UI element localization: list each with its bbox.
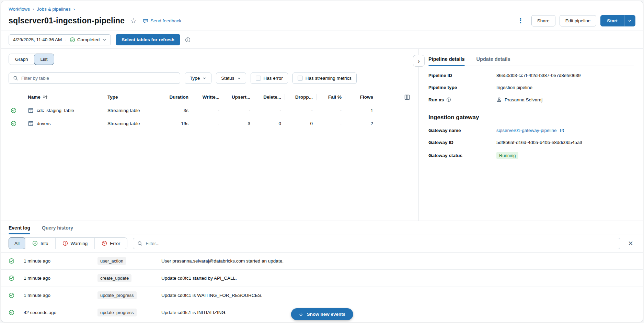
column-settings-icon[interactable] bbox=[404, 94, 412, 100]
type-filter-dropdown[interactable]: Type bbox=[185, 73, 211, 84]
has-error-checkbox[interactable] bbox=[256, 76, 261, 81]
event-type-badge: update_progress bbox=[97, 309, 137, 316]
table-header-row: Name Type Duration Writte... Upsert... D… bbox=[9, 91, 412, 104]
table-filter-row: Type Status Has error Has streaming metr… bbox=[9, 73, 412, 84]
tab-query-history[interactable]: Query history bbox=[42, 225, 73, 234]
share-button[interactable]: Share bbox=[531, 15, 555, 26]
table-name[interactable]: drivers bbox=[37, 121, 51, 126]
cell-written: - bbox=[192, 108, 223, 113]
info-check-icon bbox=[32, 241, 38, 246]
breadcrumb-jobs-pipelines[interactable]: Jobs & pipelines bbox=[37, 7, 70, 12]
table-row[interactable]: cdc_staging_table Streaming table 3s - -… bbox=[9, 104, 412, 117]
column-header-written[interactable]: Writte... bbox=[192, 94, 223, 100]
show-new-events-button[interactable]: Show new events bbox=[291, 308, 353, 320]
close-icon[interactable]: ✕ bbox=[626, 240, 635, 247]
info-icon[interactable] bbox=[185, 37, 191, 43]
column-header-upserted[interactable]: Upsert... bbox=[223, 94, 254, 100]
pipeline-main-pane: Graph List Type Status bbox=[1, 49, 418, 221]
event-row[interactable]: 1 minute ago create_update Update cd0fc1… bbox=[1, 269, 643, 287]
external-link-icon bbox=[560, 128, 564, 133]
column-header-type[interactable]: Type bbox=[104, 94, 162, 100]
column-header-name[interactable]: Name bbox=[24, 94, 104, 100]
cell-dropped: 0 bbox=[285, 121, 316, 126]
select-tables-for-refresh-button[interactable]: Select tables for refresh bbox=[116, 34, 180, 45]
has-streaming-metrics-filter[interactable]: Has streaming metrics bbox=[292, 73, 357, 84]
breadcrumb-separator: › bbox=[73, 7, 75, 12]
gateway-status-badge: Running bbox=[496, 152, 518, 159]
filter-by-table-input[interactable] bbox=[21, 76, 176, 81]
tab-pipeline-details[interactable]: Pipeline details bbox=[428, 56, 465, 66]
column-header-duration[interactable]: Duration bbox=[162, 94, 192, 100]
collapse-panel-button[interactable]: › bbox=[413, 55, 425, 67]
sort-icon bbox=[43, 95, 48, 99]
table-name[interactable]: cdc_staging_table bbox=[37, 108, 74, 113]
column-header-fail[interactable]: Fail % bbox=[316, 94, 345, 100]
column-header-deleted[interactable]: Delete... bbox=[254, 94, 285, 100]
cell-upserted: 3 bbox=[223, 121, 254, 126]
filter-error-label: Error bbox=[110, 241, 120, 246]
filter-warning-button[interactable]: Warning bbox=[55, 238, 95, 249]
breadcrumb: Workflows › Jobs & pipelines › bbox=[9, 7, 635, 12]
event-time: 1 minute ago bbox=[24, 258, 97, 264]
filter-all-label: All bbox=[14, 241, 20, 246]
info-icon[interactable] bbox=[446, 97, 451, 102]
gateway-status-label: Gateway status bbox=[428, 153, 496, 158]
breadcrumb-separator: › bbox=[33, 7, 34, 12]
event-message: Update cd0fc1 is INITIALIZING. bbox=[161, 310, 643, 315]
cell-flows: 1 bbox=[345, 108, 377, 113]
event-success-icon bbox=[9, 292, 24, 298]
event-time: 1 minute ago bbox=[24, 276, 97, 281]
table-row[interactable]: drivers Streaming table 19s - 3 0 0 - 2 bbox=[9, 117, 412, 130]
column-header-flows[interactable]: Flows bbox=[345, 94, 377, 100]
view-toggle-graph[interactable]: Graph bbox=[9, 54, 34, 65]
gateway-name-link[interactable]: sqlserver01-gateway-pipeline bbox=[496, 128, 564, 133]
status-filter-dropdown[interactable]: Status bbox=[216, 73, 246, 84]
kebab-menu-icon[interactable]: ⋮ bbox=[514, 17, 527, 25]
filter-warning-label: Warning bbox=[71, 241, 88, 246]
name-header-label: Name bbox=[28, 94, 41, 100]
filter-all-button[interactable]: All bbox=[9, 237, 25, 249]
event-row[interactable]: 1 minute ago user_action User prasanna.s… bbox=[1, 252, 643, 269]
run-as-value: Prasanna Selvaraj bbox=[505, 97, 542, 102]
gateway-id-row: Gateway ID 5df8b6af-d16d-4d0a-b40b-e8ddc… bbox=[428, 140, 634, 145]
cell-flows: 2 bbox=[345, 121, 377, 126]
chevron-down-icon bbox=[103, 38, 106, 42]
breadcrumb-workflows[interactable]: Workflows bbox=[9, 7, 30, 12]
event-filter-input[interactable] bbox=[146, 241, 616, 246]
gateway-name-value: sqlserver01-gateway-pipeline bbox=[496, 128, 557, 133]
run-as-label: Run as bbox=[428, 97, 444, 102]
event-row[interactable]: 1 minute ago update_progress Update cd0f… bbox=[1, 287, 643, 304]
cell-written: - bbox=[192, 121, 223, 126]
column-header-dropped[interactable]: Dropp... bbox=[285, 94, 316, 100]
edit-pipeline-button[interactable]: Edit pipeline bbox=[560, 15, 597, 26]
filter-info-button[interactable]: Info bbox=[25, 238, 55, 249]
pipeline-id-value: 86e50d03-cc7f-4f2d-b387-0e7d8efe0639 bbox=[496, 73, 580, 78]
filter-error-button[interactable]: Error bbox=[94, 238, 127, 249]
cell-deleted: 0 bbox=[254, 121, 285, 126]
run-selector[interactable]: 4/29/2025, 11:40:36 AM · Completed bbox=[9, 34, 111, 45]
tab-event-log[interactable]: Event log bbox=[9, 225, 30, 234]
has-streaming-metrics-checkbox[interactable] bbox=[298, 76, 303, 81]
gateway-status-row: Gateway status Running bbox=[428, 152, 634, 159]
send-feedback-link[interactable]: Send feedback bbox=[143, 18, 181, 24]
arrow-down-icon bbox=[299, 312, 303, 317]
has-error-filter[interactable]: Has error bbox=[251, 73, 288, 84]
start-split-button: Start bbox=[600, 15, 635, 26]
favorite-star-icon[interactable]: ☆ bbox=[130, 17, 137, 24]
event-message: Update cd0fc1 started by API_CALL. bbox=[161, 276, 643, 281]
view-toggle-list[interactable]: List bbox=[34, 54, 54, 65]
event-success-icon bbox=[9, 310, 24, 315]
start-button[interactable]: Start bbox=[600, 15, 624, 26]
table-type: Streaming table bbox=[104, 108, 162, 113]
person-icon bbox=[496, 97, 502, 102]
start-dropdown-button[interactable] bbox=[624, 15, 635, 26]
tab-update-details[interactable]: Update details bbox=[476, 56, 510, 66]
event-log-section: Event log Query history All Info bbox=[1, 221, 643, 322]
event-filter-search[interactable] bbox=[133, 238, 620, 249]
cell-deleted: - bbox=[254, 108, 285, 113]
details-panel: › Pipeline details Update details Pipeli… bbox=[418, 49, 643, 221]
gateway-id-label: Gateway ID bbox=[428, 140, 496, 145]
has-streaming-metrics-label: Has streaming metrics bbox=[306, 76, 352, 81]
pipeline-id-label: Pipeline ID bbox=[428, 73, 496, 78]
filter-by-table-search[interactable] bbox=[9, 73, 180, 84]
